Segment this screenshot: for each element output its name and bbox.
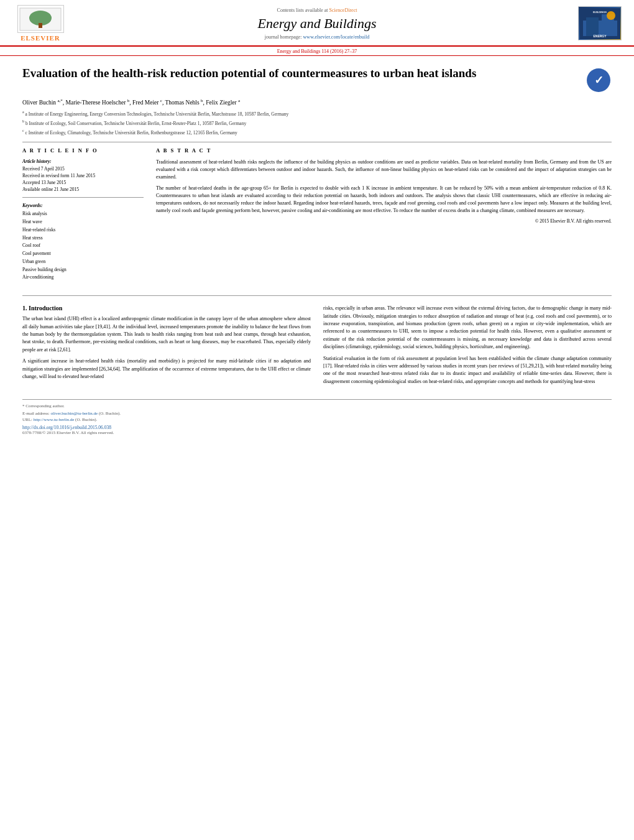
- keyword-5: Cool roof: [22, 242, 144, 250]
- revised-date: Received in revised form 11 June 2015: [22, 173, 144, 178]
- divider-2: [22, 197, 144, 198]
- page: ELSEVIER Contents lists available at Sci…: [0, 0, 634, 840]
- footer-corresponding: * Corresponding author.: [22, 404, 612, 408]
- affiliations: a a Institute of Energy Engineering, Ene…: [22, 109, 612, 136]
- email-label: E-mail address:: [22, 411, 50, 416]
- journal-center: Contents lists available at ScienceDirec…: [68, 7, 566, 40]
- keyword-9: Air-conditioning: [22, 274, 144, 282]
- svg-rect-2: [39, 23, 42, 28]
- svg-text:ENERGY: ENERGY: [593, 34, 607, 38]
- email-suffix: (O. Buchin).: [99, 411, 121, 416]
- svg-text:BUILDINGS: BUILDINGS: [593, 11, 607, 14]
- right-para-2: Statistical evaluation in the form of ri…: [323, 355, 612, 386]
- divider-1: [22, 142, 612, 142]
- svg-rect-5: [586, 17, 599, 36]
- divider-3: [22, 295, 612, 296]
- intro-para-1: The urban heat island (UHI) effect is a …: [22, 315, 311, 354]
- contents-line: Contents lists available at ScienceDirec…: [68, 7, 566, 13]
- article-history-section: Article history: Received 7 April 2015 R…: [22, 159, 144, 192]
- authors-line: Oliver Buchin a,*, Marie-Therese Hoelsch…: [22, 98, 612, 106]
- url-label: URL:: [22, 417, 32, 422]
- elsevier-logo: ELSEVIER: [12, 5, 68, 42]
- abstract-column: A B S T R A C T Traditional assessment o…: [156, 147, 612, 287]
- homepage-url[interactable]: www.elsevier.com/locate/enbuild: [303, 34, 370, 40]
- homepage-label: journal homepage:: [265, 34, 302, 40]
- journal-title-header: Energy and Buildings: [68, 16, 566, 32]
- affiliation-a: a a Institute of Energy Engineering, Ene…: [22, 109, 612, 118]
- elsevier-logo-image: [17, 5, 64, 33]
- info-abstract-columns: A R T I C L E I N F O Article history: R…: [22, 147, 612, 287]
- introduction-column: 1. Introduction The urban heat island (U…: [22, 305, 311, 389]
- abstract-para-2: The number of heat-related deaths in the…: [156, 185, 612, 215]
- received-date: Received 7 April 2015: [22, 166, 144, 172]
- keyword-2: Heat wave: [22, 218, 144, 226]
- abstract-text: Traditional assessment of heat-related h…: [156, 159, 612, 215]
- keyword-8: Passive building design: [22, 266, 144, 274]
- footer-issn: 0378-7788/© 2015 Elsevier B.V. All right…: [22, 430, 612, 435]
- keywords-list: Risk analysis Heat wave Heat-related ris…: [22, 210, 144, 282]
- keywords-section: Keywords: Risk analysis Heat wave Heat-r…: [22, 203, 144, 282]
- article-title-section: Evaluation of the health-risk reduction …: [22, 66, 612, 93]
- article-main-title: Evaluation of the health-risk reduction …: [22, 66, 587, 81]
- sciencedirect-link[interactable]: ScienceDirect: [329, 7, 357, 13]
- footer-doi[interactable]: http://dx.doi.org/10.1016/j.enbuild.2015…: [22, 425, 612, 430]
- keyword-4: Heat stress: [22, 234, 144, 242]
- journal-header: ELSEVIER Contents lists available at Sci…: [0, 0, 634, 47]
- continuation-column: risks, especially in urban areas. The re…: [323, 305, 612, 389]
- journal-homepage: journal homepage: www.elsevier.com/locat…: [68, 34, 566, 40]
- article-info-column: A R T I C L E I N F O Article history: R…: [22, 147, 144, 287]
- volume-line: Energy and Buildings 114 (2016) 27–37: [0, 47, 634, 56]
- crossmark-badge[interactable]: ✓: [587, 68, 612, 93]
- article-info-title: A R T I C L E I N F O: [22, 147, 144, 154]
- accepted-date: Accepted 13 June 2015: [22, 180, 144, 185]
- contents-label: Contents lists available at: [277, 7, 328, 13]
- abstract-para-1: Traditional assessment of heat-related h…: [156, 159, 612, 181]
- intro-heading: 1. Introduction: [22, 305, 311, 312]
- intro-para-2: A significant increase in heat-related h…: [22, 358, 311, 381]
- elsevier-wordmark: ELSEVIER: [21, 34, 60, 42]
- available-date: Available online 21 June 2015: [22, 187, 144, 192]
- footer-url-line: URL: http://www.tu-berlin.de (O. Buchin)…: [22, 417, 612, 422]
- corresponding-label: * Corresponding author.: [22, 404, 65, 408]
- url-link[interactable]: http://www.tu-berlin.de: [34, 417, 75, 422]
- right-para-1: risks, especially in urban areas. The re…: [323, 305, 612, 351]
- abstract-title: A B S T R A C T: [156, 147, 612, 154]
- history-label: Article history:: [22, 159, 144, 164]
- keyword-1: Risk analysis: [22, 210, 144, 218]
- keyword-7: Urban green: [22, 258, 144, 266]
- svg-point-7: [607, 11, 615, 20]
- email-link[interactable]: oliver.buchin@tu-berlin.de: [51, 411, 98, 416]
- article-footer: * Corresponding author. E-mail address: …: [22, 399, 612, 435]
- url-suffix: (O. Buchin).: [75, 417, 97, 422]
- keywords-label: Keywords:: [22, 203, 144, 208]
- footer-email-line: E-mail address: oliver.buchin@tu-berlin.…: [22, 411, 612, 416]
- copyright-line: © 2015 Elsevier B.V. All rights reserved…: [156, 218, 612, 224]
- journal-logo-right: ENERGY BUILDINGS: [566, 6, 622, 40]
- crossmark-icon[interactable]: ✓: [587, 68, 610, 92]
- main-content: 1. Introduction The urban heat island (U…: [22, 305, 612, 389]
- article-body: Evaluation of the health-risk reduction …: [0, 56, 634, 399]
- keyword-3: Heat-related risks: [22, 226, 144, 234]
- journal-logo-box: ENERGY BUILDINGS: [578, 6, 622, 40]
- keyword-6: Cool pavement: [22, 250, 144, 258]
- affiliation-c: c c Institute of Ecology, Climatology, T…: [22, 128, 612, 136]
- affiliation-b: b b Institute of Ecology, Soil Conservat…: [22, 119, 612, 127]
